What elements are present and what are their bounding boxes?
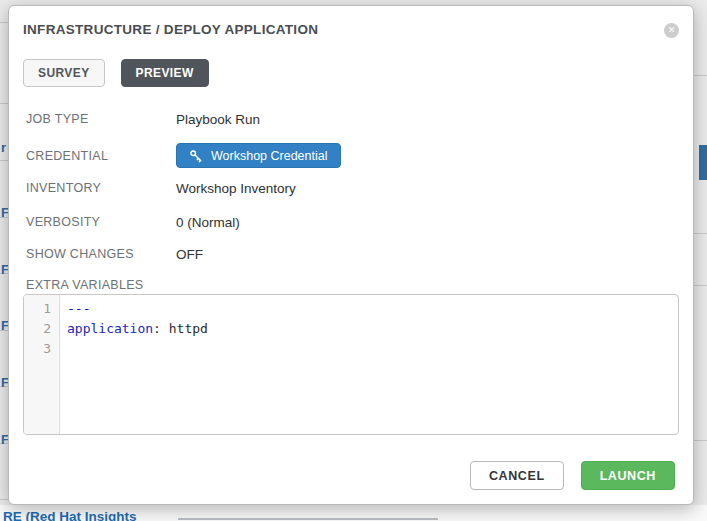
background-text-fragment: r: [1, 140, 6, 155]
job-type-value: Playbook Run: [176, 112, 260, 127]
modal-header: INFRASTRUCTURE / DEPLOY APPLICATION ✕: [23, 22, 679, 38]
verbosity-label: VERBOSITY: [26, 215, 176, 229]
job-type-row: JOB TYPE Playbook Run: [26, 112, 679, 126]
extra-variables-label: EXTRA VARIABLES: [23, 278, 679, 292]
show-changes-value: OFF: [176, 247, 203, 262]
background-bottom-strip: RE (Red Hat Insights: [0, 505, 707, 521]
inventory-label: INVENTORY: [26, 181, 176, 195]
tab-preview[interactable]: PREVIEW: [121, 59, 209, 87]
yaml-doc-marker: ---: [67, 301, 90, 316]
inventory-row: INVENTORY Workshop Inventory: [26, 181, 679, 195]
job-type-label: JOB TYPE: [26, 112, 176, 126]
key-icon: [189, 149, 203, 163]
background-accent-block: [699, 145, 707, 180]
modal-title: INFRASTRUCTURE / DEPLOY APPLICATION: [23, 22, 679, 38]
launch-button[interactable]: LAUNCH: [581, 461, 675, 490]
code-text: : httpd: [153, 321, 208, 336]
background-divider: [178, 518, 438, 520]
code-line: ---: [67, 299, 678, 319]
code-line: application: httpd: [67, 319, 678, 339]
detail-rows: JOB TYPE Playbook Run CREDENTIAL Worksho…: [23, 112, 679, 261]
background-row-divider: [694, 440, 707, 441]
show-changes-label: SHOW CHANGES: [26, 247, 176, 261]
verbosity-value: 0 (Normal): [176, 215, 240, 230]
yaml-key: application: [67, 321, 153, 336]
line-number: 3: [24, 339, 59, 359]
cancel-button[interactable]: CANCEL: [470, 461, 564, 490]
background-row-divider: [694, 233, 707, 234]
tab-survey[interactable]: SURVEY: [23, 59, 105, 87]
background-row-divider: [694, 75, 707, 76]
editor-gutter: 1 2 3: [24, 295, 60, 434]
credential-label: CREDENTIAL: [26, 149, 176, 163]
background-link-text: RE (Red Hat Insights: [3, 509, 137, 521]
background-row-divider: [694, 285, 707, 286]
line-number: 1: [24, 299, 59, 319]
show-changes-row: SHOW CHANGES OFF: [26, 247, 679, 261]
inventory-value: Workshop Inventory: [176, 181, 296, 196]
verbosity-row: VERBOSITY 0 (Normal): [26, 215, 679, 229]
editor-code-area[interactable]: --- application: httpd: [60, 295, 678, 434]
credential-chip-label: Workshop Credential: [211, 149, 328, 163]
tab-bar: SURVEY PREVIEW: [23, 59, 679, 87]
close-icon[interactable]: ✕: [664, 23, 679, 38]
extra-variables-editor[interactable]: 1 2 3 --- application: httpd: [23, 294, 679, 435]
modal-footer: CANCEL LAUNCH: [23, 461, 679, 490]
deploy-application-modal: INFRASTRUCTURE / DEPLOY APPLICATION ✕ SU…: [8, 5, 694, 505]
line-number: 2: [24, 319, 59, 339]
credential-chip[interactable]: Workshop Credential: [176, 143, 341, 168]
credential-row: CREDENTIAL Workshop Credential: [26, 143, 679, 168]
